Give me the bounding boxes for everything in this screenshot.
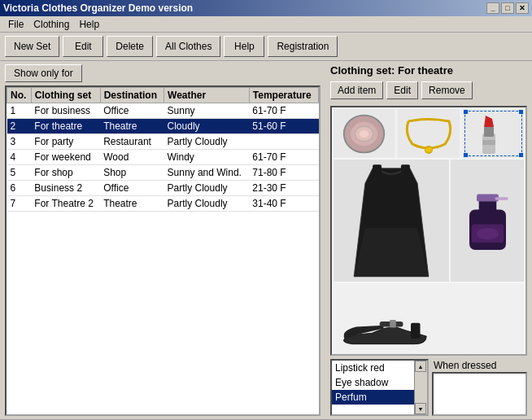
image-area xyxy=(330,106,527,356)
scroll-up-button[interactable]: ▲ xyxy=(415,361,426,372)
show-only-for-button[interactable]: Show only for xyxy=(5,64,82,82)
when-dressed-container: When dressed xyxy=(432,359,527,416)
row-temp: 61-70 F xyxy=(249,103,318,119)
col-no: No. xyxy=(7,88,32,103)
list-item[interactable]: Perfum xyxy=(332,390,414,405)
lipstick-image xyxy=(464,109,521,158)
table-row[interactable]: 5For shopShopSunny and Wind.71-80 F xyxy=(7,165,319,181)
corner-bl xyxy=(464,153,468,157)
row-set: For theatre xyxy=(31,119,100,134)
items-list-container[interactable]: Lipstick redEye shadowPerfum ▲ ▼ xyxy=(330,359,429,416)
close-button[interactable]: ✕ xyxy=(516,2,529,14)
compact-mirror-cell xyxy=(334,109,395,158)
shoe-image xyxy=(337,287,430,352)
row-weather: Partly Cloudly xyxy=(164,134,250,150)
dress-image xyxy=(347,160,436,282)
svg-rect-15 xyxy=(495,197,508,200)
delete-button[interactable]: Delete xyxy=(107,36,153,57)
table-row[interactable]: 2For theatreTheatreCloudly51-60 F xyxy=(7,119,319,134)
svg-point-17 xyxy=(477,228,499,239)
list-item[interactable]: Lipstick red xyxy=(332,361,414,375)
registration-button[interactable]: Registration xyxy=(268,36,338,57)
row-destination: Theatre xyxy=(100,196,164,212)
row-destination: Restaurant xyxy=(100,134,164,150)
items-list: Lipstick redEye shadowPerfum xyxy=(332,361,414,405)
row-no: 3 xyxy=(7,134,32,150)
row-set: For shop xyxy=(31,165,100,181)
add-item-button[interactable]: Add item xyxy=(330,81,383,99)
svg-marker-8 xyxy=(484,116,494,127)
menu-bar: File Clothing Help xyxy=(0,16,532,33)
table-row[interactable]: 1For businessOfficeSunny61-70 F xyxy=(7,103,319,119)
table-row[interactable]: 6Business 2OfficePartly Cloudly21-30 F xyxy=(7,181,319,196)
scroll-thumb xyxy=(415,372,427,403)
row-destination: Wood xyxy=(100,150,164,165)
when-dressed-label: When dressed xyxy=(432,359,527,372)
svg-rect-20 xyxy=(390,320,396,328)
svg-point-3 xyxy=(360,129,368,137)
svg-rect-7 xyxy=(484,127,494,137)
minimize-button[interactable]: _ xyxy=(486,2,499,14)
window-title: Victoria Clothes Organizer Demo version xyxy=(3,2,193,14)
svg-rect-13 xyxy=(478,200,496,212)
menu-clothing[interactable]: Clothing xyxy=(28,17,74,32)
items-scrollbar[interactable]: ▲ ▼ xyxy=(414,361,427,414)
dress-cell xyxy=(334,160,449,282)
row-weather: Partly Cloudly xyxy=(164,181,250,196)
clothing-set-title: Clothing set: For theatre xyxy=(330,64,527,77)
row-destination: Office xyxy=(100,103,164,119)
table-row[interactable]: 4For weekendWoodWindy61-70 F xyxy=(7,150,319,165)
menu-help[interactable]: Help xyxy=(74,17,104,32)
row-set: For party xyxy=(31,134,100,150)
row-temp: 71-80 F xyxy=(249,165,318,181)
menu-file[interactable]: File xyxy=(3,17,28,32)
table-header-row: No. Clothing set Destination Weather Tem… xyxy=(7,88,319,103)
col-destination: Destination xyxy=(100,88,164,103)
row-destination: Theatre xyxy=(100,119,164,134)
row-set: For weekend xyxy=(31,150,100,165)
right-edit-button[interactable]: Edit xyxy=(386,81,418,99)
table-body: 1For businessOfficeSunny61-70 F2For thea… xyxy=(7,103,319,212)
row-no: 7 xyxy=(7,196,32,212)
toolbar: New Set Edit Delete All Clothes Help Reg… xyxy=(0,33,532,61)
edit-button[interactable]: Edit xyxy=(63,36,103,57)
row-no: 2 xyxy=(7,119,32,134)
corner-br xyxy=(519,153,523,157)
svg-rect-9 xyxy=(482,140,495,145)
row-weather: Windy xyxy=(164,150,250,165)
table-row[interactable]: 7For Theatre 2TheatrePartly Cloudly31-40… xyxy=(7,196,319,212)
col-weather: Weather xyxy=(164,88,250,103)
svg-point-5 xyxy=(425,147,432,152)
row-temp xyxy=(249,134,318,150)
lipstick-cell xyxy=(463,109,524,158)
corner-tr xyxy=(519,110,523,114)
dress-perfume-row xyxy=(334,160,524,282)
remove-button[interactable]: Remove xyxy=(421,81,473,99)
right-toolbar: Add item Edit Remove xyxy=(330,81,527,99)
row-no: 6 xyxy=(7,181,32,196)
table-row[interactable]: 3For partyRestaurantPartly Cloudly xyxy=(7,134,319,150)
row-no: 4 xyxy=(7,150,32,165)
list-item[interactable]: Eye shadow xyxy=(332,375,414,390)
window-controls: _ □ ✕ xyxy=(486,2,529,14)
row-destination: Office xyxy=(100,181,164,196)
compact-mirror-image xyxy=(342,112,386,156)
bottom-panel: Lipstick redEye shadowPerfum ▲ ▼ When dr… xyxy=(330,359,527,416)
scroll-down-button[interactable]: ▼ xyxy=(415,403,426,414)
left-panel: Show only for No. Clothing set Destinati… xyxy=(0,61,325,419)
filter-row: Show only for xyxy=(5,64,321,82)
necklace-cell xyxy=(398,109,459,158)
row-temp: 31-40 F xyxy=(249,196,318,212)
col-temperature: Temperature xyxy=(249,88,318,103)
all-clothes-button[interactable]: All Clothes xyxy=(156,36,220,57)
shoes-row xyxy=(334,283,524,355)
new-set-button[interactable]: New Set xyxy=(5,36,59,57)
row-temp: 61-70 F xyxy=(249,150,318,165)
col-clothing-set: Clothing set xyxy=(31,88,100,103)
maximize-button[interactable]: □ xyxy=(501,2,514,14)
svg-rect-11 xyxy=(401,164,410,173)
help-button[interactable]: Help xyxy=(224,36,264,57)
svg-rect-10 xyxy=(373,164,382,173)
clothing-table: No. Clothing set Destination Weather Tem… xyxy=(5,85,321,416)
row-set: Business 2 xyxy=(31,181,100,196)
